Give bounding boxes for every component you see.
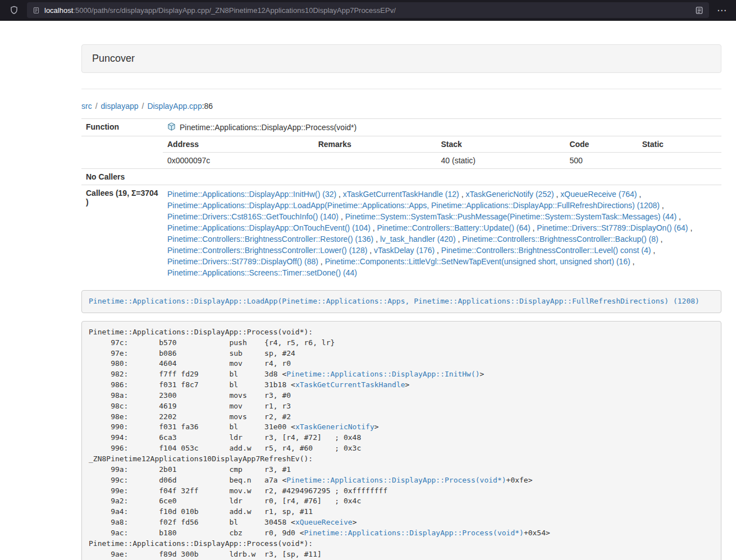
asm-text: +0xfe> [506, 476, 533, 484]
callee-link[interactable]: Pinetime::Drivers::St7789::DisplayOn() (… [537, 223, 688, 232]
callee-link[interactable]: Pinetime::Controllers::Battery::Update()… [377, 223, 531, 232]
function-row-label: Function [81, 119, 163, 136]
callee-separator: , [630, 257, 635, 266]
callee-separator: , [688, 223, 693, 232]
asm-text: Pinetime::Applications::DisplayApp::Proc… [89, 539, 313, 548]
asm-text: 9ae: f89d 300b ldrb.w r3, [sp, #11] [89, 550, 322, 558]
shield-icon[interactable] [6, 2, 22, 18]
asm-symbol-link[interactable]: xQueueReceive [295, 518, 353, 526]
asm-symbol-link[interactable]: Pinetime::Applications::DisplayApp::Init… [286, 370, 479, 378]
address-value: 0x0000097c [163, 153, 314, 169]
no-callers-cell [163, 169, 721, 185]
page-title-panel: Puncover [81, 44, 721, 73]
asm-text: 99c: d06d beq.n a7a < [89, 476, 286, 484]
breadcrumb-link-file[interactable]: DisplayApp.cpp [147, 102, 202, 111]
disassembly: Pinetime::Applications::DisplayApp::Proc… [81, 321, 721, 560]
divider [81, 89, 721, 89]
callee-link[interactable]: xTaskGetCurrentTaskHandle (12) [343, 190, 459, 199]
menu-dots-glyph: ⋯ [717, 6, 727, 15]
url-text: localhost:5000/path/src/displayapp/Displ… [44, 6, 691, 15]
callee-separator: , [367, 246, 374, 255]
column-header-remarks: Remarks [314, 136, 437, 153]
asm-text: 98c: 4619 mov r1, r3 [89, 402, 291, 410]
column-header-code: Code [565, 136, 637, 153]
stack-value: 40 (static) [437, 153, 565, 169]
callee-link[interactable]: xQueueReceive (764) [560, 190, 637, 199]
asm-text: 99e: f04f 32ff mov.w r2, #4294967295 ; 0… [89, 486, 387, 495]
asm-text: 994: 6ca3 ldr r3, [r4, #72] ; 0x48 [89, 433, 361, 442]
callee-link[interactable]: Pinetime::Drivers::St7789::DisplayOff() … [167, 257, 318, 266]
column-header-static: Static [638, 136, 721, 153]
callee-link[interactable]: Pinetime::Applications::Screens::Timer::… [167, 268, 357, 277]
column-header-address: Address [163, 136, 314, 153]
url-domain: localhost [44, 6, 73, 15]
function-signature: Pinetime::Applications::DisplayApp::Proc… [180, 123, 356, 132]
callee-link[interactable]: Pinetime::Applications::DisplayApp::Init… [167, 190, 336, 199]
detail-value-row: 0x0000097c 40 (static) 500 [163, 153, 721, 169]
reader-view-icon[interactable] [695, 6, 703, 15]
highlighted-symbol: Pinetime::Applications::DisplayApp::Load… [81, 290, 721, 313]
empty-label-cell [81, 136, 163, 169]
asm-text: 9a8: f02f fd56 bl 30458 < [89, 518, 295, 526]
remarks-value [314, 153, 437, 169]
breadcrumb-line-number: :86 [202, 102, 213, 111]
callee-separator: , [554, 190, 561, 199]
asm-text: > [480, 370, 484, 378]
column-header-stack: Stack [437, 136, 565, 153]
menu-icon[interactable]: ⋯ [714, 2, 730, 18]
callee-link[interactable]: Pinetime::Drivers::Cst816S::GetTouchInfo… [167, 212, 339, 221]
code-value: 500 [565, 153, 637, 169]
breadcrumb-link-displayapp[interactable]: displayapp [101, 102, 139, 111]
asm-symbol-link[interactable]: Pinetime::Applications::DisplayApp::Proc… [286, 476, 506, 484]
callee-link[interactable]: Pinetime::Applications::DisplayApp::OnTo… [167, 223, 371, 232]
page-icon [33, 7, 40, 14]
callee-link[interactable]: vTaskDelay (176) [374, 246, 435, 255]
asm-text: 9a4: f10d 010b add.w r1, sp, #11 [89, 507, 313, 516]
callee-separator: , [318, 257, 325, 266]
callee-link[interactable]: Pinetime::Controllers::BrightnessControl… [462, 235, 658, 244]
callees-label: Callees (19, Σ=3704 ) [81, 185, 163, 282]
asm-text: 982: f7ff fd29 bl 3d8 < [89, 370, 286, 378]
asm-text: 9ac: b180 cbz r0, 9d0 < [89, 529, 304, 537]
breadcrumb-link-src[interactable]: src [81, 102, 92, 111]
callee-link[interactable]: Pinetime::Applications::DisplayApp::Load… [167, 201, 660, 210]
callee-link[interactable]: lv_task_handler (420) [380, 235, 456, 244]
function-summary-table: Function Pinetime::Applications::Display… [81, 118, 721, 282]
callee-separator: , [339, 212, 345, 221]
asm-text: Pinetime::Applications::DisplayApp::Proc… [89, 328, 313, 336]
asm-symbol-link[interactable]: Pinetime::Applications::DisplayApp::Proc… [304, 529, 524, 537]
breadcrumb: src/displayapp/DisplayApp.cpp:86 [81, 102, 721, 111]
callee-separator: , [676, 212, 681, 221]
callee-link[interactable]: Pinetime::Controllers::BrightnessControl… [167, 246, 367, 255]
url-bar[interactable]: localhost:5000/path/src/displayapp/Displ… [27, 2, 709, 18]
callee-link[interactable]: Pinetime::Components::LittleVgl::SetNewT… [325, 257, 630, 266]
function-cube-icon [167, 122, 176, 132]
asm-text: 990: f031 fa36 bl 31e00 < [89, 423, 295, 431]
asm-text: 97c: b570 push {r4, r5, r6, lr} [89, 338, 335, 347]
function-detail-cell: Address Remarks Stack Code Static 0x0000… [163, 136, 721, 169]
asm-symbol-link[interactable]: xTaskGetCurrentTaskHandle [295, 380, 405, 389]
callee-separator: , [637, 190, 641, 199]
asm-text: 99a: 2b01 cmp r3, #1 [89, 465, 291, 474]
asm-text: > [405, 380, 410, 389]
asm-text: > [374, 423, 379, 431]
callee-link[interactable]: Pinetime::System::SystemTask::PushMessag… [345, 212, 677, 221]
callee-separator: , [659, 235, 663, 244]
function-row: Function Pinetime::Applications::Display… [81, 119, 721, 136]
callee-separator: , [459, 190, 466, 199]
asm-symbol-link[interactable]: xTaskGenericNotify [295, 423, 374, 431]
callee-link[interactable]: Pinetime::Controllers::BrightnessControl… [441, 246, 651, 255]
detail-header-row: Address Remarks Stack Code Static [163, 136, 721, 153]
callee-link[interactable]: xTaskGenericNotify (252) [465, 190, 554, 199]
page-title: Puncover [92, 53, 135, 64]
no-callers-label: No Callers [81, 169, 163, 185]
callees-cell: Pinetime::Applications::DisplayApp::Init… [163, 185, 721, 282]
asm-text: +0x54> [524, 529, 550, 537]
function-detail-table: Address Remarks Stack Code Static 0x0000… [163, 136, 721, 168]
page-content: Puncover src/displayapp/DisplayApp.cpp:8… [73, 44, 730, 560]
callee-link[interactable]: Pinetime::Controllers::BrightnessControl… [167, 235, 373, 244]
function-detail-row: Address Remarks Stack Code Static 0x0000… [81, 136, 721, 169]
callee-separator: , [373, 235, 380, 244]
callees-row: Callees (19, Σ=3704 ) Pinetime::Applicat… [81, 185, 721, 282]
highlighted-symbol-link[interactable]: Pinetime::Applications::DisplayApp::Load… [89, 297, 700, 305]
